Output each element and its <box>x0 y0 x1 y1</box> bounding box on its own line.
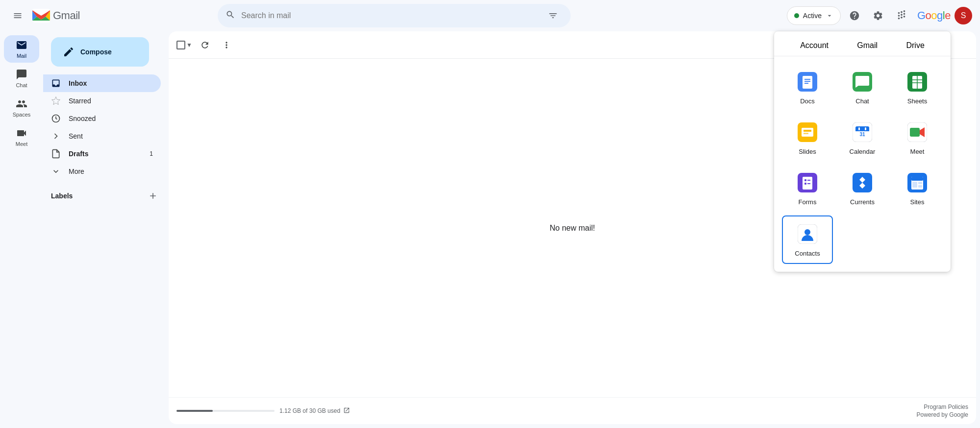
calendar-app-icon: 31 <box>851 120 874 144</box>
app-item-calendar[interactable]: 31 Calendar <box>837 115 888 161</box>
apps-grid-button[interactable] <box>892 6 911 25</box>
sidebar: Compose Inbox Starred Snoozed <box>43 31 169 428</box>
app-item-forms[interactable]: Forms <box>782 165 833 212</box>
footer-links: Program Policies Powered by Google <box>917 404 968 418</box>
starred-icon <box>51 96 61 106</box>
checkbox-area: ▼ <box>176 41 192 49</box>
search-icon <box>226 10 235 22</box>
sent-label: Sent <box>69 132 153 140</box>
sidebar-item-drafts[interactable]: Drafts 1 <box>43 145 161 163</box>
app-item-docs[interactable]: Docs <box>782 64 833 111</box>
search-bar <box>218 4 571 27</box>
starred-label: Starred <box>69 97 153 105</box>
app-item-contacts[interactable]: Contacts <box>782 215 833 264</box>
svg-rect-21 <box>858 127 860 130</box>
svg-rect-14 <box>804 130 811 132</box>
left-nav: Mail Chat Spaces Meet <box>0 31 43 428</box>
compose-label: Compose <box>80 48 112 56</box>
snoozed-icon <box>51 114 61 123</box>
app-item-sites[interactable]: Sites <box>892 165 943 212</box>
app-item-sheets[interactable]: Sheets <box>892 64 943 111</box>
search-input[interactable] <box>241 11 537 20</box>
footer-powered-by: Powered by Google <box>917 411 968 418</box>
svg-rect-2 <box>803 76 812 89</box>
sheets-app-icon <box>905 70 929 94</box>
hamburger-button[interactable] <box>8 6 27 25</box>
labels-header: Labels <box>43 180 169 206</box>
svg-rect-15 <box>804 133 808 134</box>
topbar-right: Active Google S <box>787 6 972 25</box>
sent-icon <box>51 131 61 141</box>
active-status-button[interactable]: Active <box>787 6 841 25</box>
google-wordmark: Google <box>917 9 951 22</box>
compose-button[interactable]: Compose <box>51 37 149 67</box>
select-dropdown-chevron[interactable]: ▼ <box>186 42 192 48</box>
main-layout: Mail Chat Spaces Meet Compose Inbox <box>0 31 980 428</box>
help-button[interactable] <box>845 6 864 25</box>
sidebar-item-starred[interactable]: Starred <box>43 92 161 110</box>
sidebar-item-snoozed[interactable]: Snoozed <box>43 110 161 127</box>
docs-label: Docs <box>800 97 815 105</box>
apps-popup-scroll: Account Gmail Drive <box>774 31 951 272</box>
svg-rect-27 <box>804 179 806 181</box>
inbox-icon <box>51 78 61 88</box>
storage-info: 1.12 GB of 30 GB used <box>176 407 350 415</box>
footer-program-policies[interactable]: Program Policies <box>924 404 968 410</box>
forms-label: Forms <box>799 198 817 206</box>
search-filter-button[interactable] <box>543 6 563 25</box>
apps-popup-header: Account Gmail Drive <box>774 31 951 56</box>
apps-header-gmail[interactable]: Gmail <box>857 41 878 50</box>
apps-header-drive[interactable]: Drive <box>906 41 924 50</box>
app-item-meet[interactable]: Meet <box>892 115 943 161</box>
user-avatar[interactable]: S <box>955 7 972 24</box>
contacts-app-icon <box>796 222 819 246</box>
nav-spaces-label: Spaces <box>13 112 31 118</box>
labels-add-button[interactable] <box>145 188 161 204</box>
chat-label: Chat <box>855 97 869 105</box>
slides-label: Slides <box>799 148 816 155</box>
drafts-label: Drafts <box>69 150 142 158</box>
currents-label: Currents <box>850 198 875 206</box>
forms-app-icon <box>796 171 819 194</box>
svg-rect-29 <box>807 180 810 181</box>
sidebar-item-meet[interactable]: Meet <box>4 123 39 151</box>
sidebar-item-inbox[interactable]: Inbox <box>43 74 161 92</box>
svg-rect-5 <box>804 83 808 84</box>
select-all-checkbox[interactable] <box>176 41 185 49</box>
svg-rect-37 <box>918 185 922 188</box>
apps-header-account[interactable]: Account <box>800 41 829 50</box>
apps-grid-popup: Account Gmail Drive <box>774 31 951 272</box>
svg-rect-3 <box>804 79 810 80</box>
meet-app-icon <box>905 120 929 144</box>
more-options-button[interactable] <box>218 36 235 54</box>
svg-point-39 <box>804 229 810 235</box>
slides-app-icon <box>796 120 819 144</box>
app-item-chat[interactable]: Chat <box>837 64 888 111</box>
no-mail-text: No new mail! <box>550 224 595 233</box>
contacts-label: Contacts <box>795 250 820 257</box>
sidebar-item-sent[interactable]: Sent <box>43 127 161 145</box>
svg-rect-4 <box>804 81 810 82</box>
app-item-slides[interactable]: Slides <box>782 115 833 161</box>
settings-button[interactable] <box>868 6 888 25</box>
sidebar-item-chat[interactable]: Chat <box>4 65 39 92</box>
chat-app-icon <box>851 70 874 94</box>
app-item-currents[interactable]: Currents <box>837 165 888 212</box>
inbox-label: Inbox <box>69 79 153 87</box>
more-icon <box>51 166 61 176</box>
sheets-label: Sheets <box>907 97 927 105</box>
sidebar-item-spaces[interactable]: Spaces <box>4 94 39 121</box>
storage-amount: 1.12 GB of 30 GB used <box>279 407 340 414</box>
storage-external-link[interactable] <box>343 407 350 415</box>
svg-rect-22 <box>865 127 866 130</box>
apps-grid: Docs Chat <box>774 56 951 272</box>
storage-text: 1.12 GB of 30 GB used <box>279 407 350 415</box>
refresh-button[interactable] <box>196 36 214 54</box>
docs-app-icon <box>796 70 819 94</box>
topbar-left: Gmail <box>8 6 214 25</box>
sites-label: Sites <box>910 198 925 206</box>
sidebar-item-mail[interactable]: Mail <box>4 35 39 63</box>
topbar: Gmail Active <box>0 0 980 31</box>
sidebar-item-more[interactable]: More <box>43 163 161 180</box>
drafts-icon <box>51 149 61 159</box>
